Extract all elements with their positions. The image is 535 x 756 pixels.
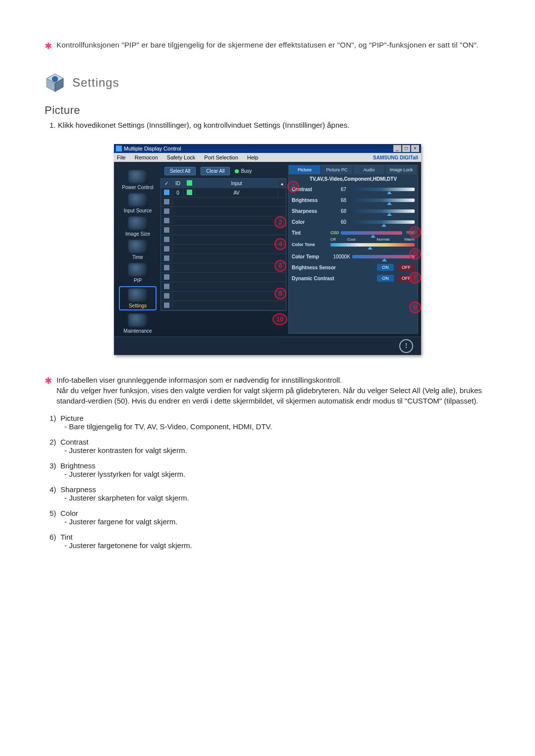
callout-9: 9 (409, 302, 421, 313)
row-brightness: Brightness 68 (289, 195, 418, 205)
settings-cube-icon (45, 72, 65, 93)
tab-picture-pc[interactable]: Picture PC (321, 165, 353, 174)
callout-1: 1 (287, 181, 299, 193)
callout-8: 8 (274, 288, 286, 300)
table-row[interactable]: 0 AV (161, 188, 286, 198)
tab-image-lock[interactable]: Image Lock (385, 165, 418, 174)
table-row[interactable] (161, 226, 286, 235)
row-contrast: Contrast 67 (289, 184, 418, 195)
tab-audio[interactable]: Audio (353, 165, 385, 174)
table-row[interactable] (161, 292, 286, 301)
row-sharpness: Sharpness 68 (289, 205, 418, 216)
busy-indicator: Busy (235, 168, 252, 174)
select-all-button[interactable]: Select All (164, 167, 196, 175)
col-check: ✓ (161, 181, 172, 186)
row-color-tone: Color Tone Off Cool Normal Warm (289, 238, 418, 251)
callout-4: 4 (274, 238, 286, 250)
menu-remocon[interactable]: Remocon (135, 154, 158, 160)
display-grid[interactable]: ✓ ID Input ▴ 0 AV (160, 178, 286, 311)
list-item: 3)Brightness- Justerer lysstyrken for va… (50, 461, 490, 478)
menu-help[interactable]: Help (247, 154, 259, 160)
table-row[interactable] (161, 207, 286, 216)
dcontrast-on-button[interactable]: ON (377, 275, 394, 282)
color-slider[interactable] (348, 220, 415, 224)
numbered-list: 1)Picture- Bare tilgjengelig for TV, AV,… (45, 414, 490, 550)
sidebar-item-image-size[interactable]: Image Size (119, 216, 157, 237)
mode-line: TV,AV,S-Video,Component,HDMI,DTV (289, 174, 418, 184)
list-item: 1)Picture- Bare tilgjengelig for TV, AV,… (50, 414, 490, 431)
busy-dot-icon (235, 169, 239, 173)
row-color-temp: Color Temp 10000K (289, 251, 418, 262)
top-note-text: Kontrollfunksjonen "PIP" er bare tilgjen… (56, 40, 490, 52)
scroll-up-icon[interactable]: ▴ (278, 181, 286, 186)
app-screenshot: Multiple Display Control _ □ × File Remo… (45, 144, 490, 355)
color-temp-slider[interactable] (352, 255, 415, 258)
tab-picture[interactable]: Picture (289, 165, 321, 174)
svg-point-3 (53, 76, 58, 82)
info-block: ✱ Info-tabellen viser grunnleggende info… (45, 375, 490, 406)
list-item: 5)Color- Justerer fargene for valgt skje… (50, 509, 490, 526)
callout-3: 3 (409, 226, 421, 238)
table-row[interactable] (161, 254, 286, 263)
info-paragraph: Info-tabellen viser grunnleggende inform… (56, 375, 490, 406)
menu-port-selection[interactable]: Port Selection (204, 154, 238, 160)
table-row[interactable] (161, 273, 286, 282)
table-row[interactable] (161, 245, 286, 254)
callout-6: 6 (274, 260, 286, 272)
table-row[interactable] (161, 263, 286, 273)
settings-heading: Settings (72, 76, 119, 90)
tint-slider[interactable] (341, 231, 402, 235)
maximize-button[interactable]: □ (402, 145, 410, 152)
sidebar-item-input-source[interactable]: Input Source (119, 193, 157, 213)
row-dynamic-contrast: Dynamic Contrast ON OFF (289, 273, 418, 284)
brightness-slider[interactable] (348, 199, 415, 202)
bsensor-on-button[interactable]: ON (377, 264, 394, 271)
callout-10: 10 (272, 313, 287, 325)
list-item: 6)Tint- Justerer fargetonene for valgt s… (50, 533, 490, 550)
table-row[interactable] (161, 301, 286, 310)
contrast-slider[interactable] (348, 188, 415, 191)
table-row[interactable] (161, 216, 286, 226)
col-id: ID (172, 181, 184, 186)
color-tone-slider[interactable]: Off Cool Normal Warm (330, 243, 415, 247)
callout-2: 2 (274, 216, 286, 228)
close-button[interactable]: × (411, 145, 419, 152)
window-title: Multiple Display Control (124, 146, 181, 151)
menu-file[interactable]: File (117, 154, 126, 160)
sidebar-item-settings[interactable]: Settings (119, 286, 157, 310)
bsensor-off-button[interactable]: OFF (398, 264, 415, 271)
menu-safety-lock[interactable]: Safety Lock (167, 154, 195, 160)
col-status (184, 180, 195, 187)
callout-7: 7 (409, 272, 421, 284)
picture-heading: Picture (45, 104, 490, 117)
settings-panel: Picture Picture PC Audio Image Lock TV,A… (288, 165, 418, 334)
settings-heading-row: Settings (45, 72, 490, 93)
clear-all-button[interactable]: Clear All (201, 167, 230, 175)
callout-5: 5 (409, 248, 421, 260)
sharpness-slider[interactable] (348, 209, 415, 213)
app-icon (116, 146, 122, 151)
minimize-button[interactable]: _ (393, 145, 401, 152)
table-row[interactable] (161, 282, 286, 292)
sidebar-item-power-control[interactable]: Power Control (119, 170, 157, 190)
list-item: 4)Sharpness- Justerer skarpheten for val… (50, 485, 490, 502)
titlebar: Multiple Display Control _ □ × (114, 144, 421, 153)
menubar: File Remocon Safety Lock Port Selection … (114, 153, 421, 162)
status-bar: ! (114, 337, 421, 355)
row-color: Color 60 (289, 216, 418, 227)
intro-text: 1. Klikk hovedikonet Settings (Innstilli… (50, 121, 490, 129)
col-input: Input (195, 181, 278, 186)
star-icon: ✱ (45, 375, 54, 406)
sidebar: Power Control Input Source Image Size Ti… (117, 165, 159, 334)
list-item: 2)Contrast- Justerer kontrasten for valg… (50, 438, 490, 454)
table-row[interactable] (161, 198, 286, 207)
info-icon[interactable]: ! (399, 339, 413, 353)
sidebar-item-time[interactable]: Time (119, 240, 157, 260)
star-icon: ✱ (45, 40, 54, 52)
row-brightness-sensor: Brightness Sensor ON OFF (289, 262, 418, 273)
sidebar-item-pip[interactable]: PIP (119, 263, 157, 283)
sidebar-item-maintenance[interactable]: Maintenance (119, 313, 157, 334)
brand-label: SAMSUNG DIGITall (373, 155, 418, 160)
top-note: ✱ Kontrollfunksjonen "PIP" er bare tilgj… (45, 40, 490, 52)
table-row[interactable] (161, 235, 286, 245)
